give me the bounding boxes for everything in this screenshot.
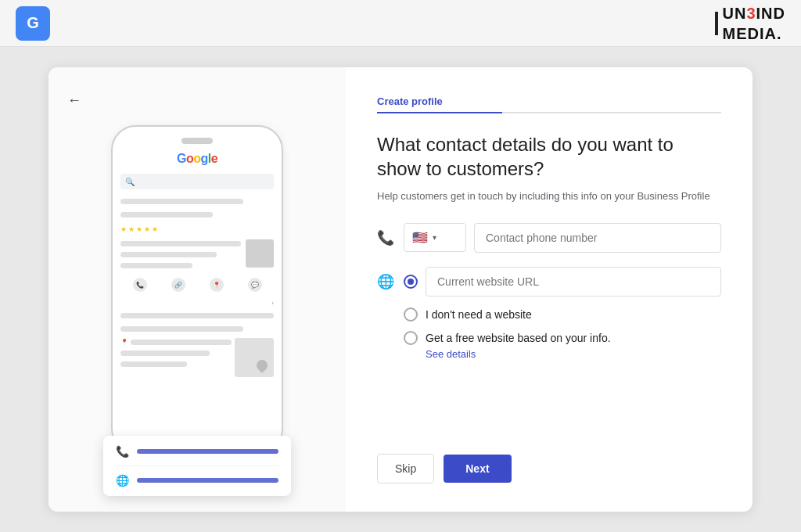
website-input-row: 🌐 (377, 267, 721, 297)
get-website-row: Get a free website based on your info. S… (377, 331, 721, 360)
mock-icon-3: 📍 (210, 278, 224, 292)
mock-content-lines (120, 239, 241, 270)
google-logo: Google (177, 152, 217, 166)
phone-content-row (120, 239, 274, 270)
globe-card-icon: 🌐 (116, 474, 129, 487)
action-buttons: Skip Next (377, 454, 721, 483)
star-3: ★ (136, 225, 142, 233)
step-tab-create-profile: Create profile (377, 95, 502, 113)
location-pin: 📍 (120, 339, 128, 346)
globe-card-line (137, 478, 278, 483)
phone-bottom-card: 📞 🌐 (103, 436, 291, 496)
mock-icon-4: 💬 (248, 278, 262, 292)
search-icon-small: 🔍 (125, 178, 135, 186)
mock-line-2 (120, 212, 213, 217)
get-website-option: Get a free website based on your info. (404, 331, 721, 345)
left-panel: ← Google 🔍 (48, 67, 346, 512)
step-tab-inactive (502, 95, 721, 113)
brand-name-un: UN (723, 5, 747, 22)
map-pin (254, 358, 270, 373)
brand-name-ind: IND (756, 5, 785, 22)
mock-icon-1: 📞 (133, 278, 147, 292)
country-selector[interactable]: 🇺🇸 ▾ (404, 223, 466, 252)
phone-card-phone-icon: 📞 (116, 445, 129, 458)
phone-notch (181, 138, 213, 144)
stars-row: ★ ★ ★ ★ ★ (120, 225, 274, 233)
country-chevron-icon: ▾ (433, 233, 436, 242)
content-line-2 (120, 252, 217, 257)
phone-more-row: › (120, 300, 274, 307)
content-line-1 (120, 241, 241, 246)
map-line-1 (120, 350, 210, 356)
phone-input-row: 📞 🇺🇸 ▾ (377, 223, 721, 253)
no-website-label: I don't need a website (426, 308, 532, 321)
star-1: ★ (120, 225, 127, 233)
google-logo-row: Google (120, 152, 274, 166)
mock-body-2 (120, 326, 243, 332)
website-url-input[interactable] (426, 267, 721, 297)
mock-icon-2: 🔗 (171, 278, 185, 292)
skip-button[interactable]: Skip (377, 454, 434, 483)
map-line-2 (120, 361, 187, 367)
mock-icons-row: 📞 🔗 📍 💬 (120, 278, 274, 292)
no-website-radio[interactable] (404, 307, 418, 322)
phone-screen: Google 🔍 ★ ★ ★ ★ (120, 152, 274, 444)
mock-body-1 (120, 313, 274, 318)
app-icon: G (16, 6, 50, 41)
mock-map-area: 📍 (120, 338, 274, 444)
top-bar: G UN3IND MEDIA. (0, 0, 801, 47)
search-bar-mock: 🔍 (120, 174, 274, 189)
star-4: ★ (144, 225, 150, 233)
location-line (131, 340, 232, 345)
mock-map-image (235, 338, 274, 377)
brand-bar-decoration (715, 12, 718, 35)
phone-card-row: 📞 (116, 445, 278, 466)
phone-number-input[interactable] (474, 223, 721, 253)
main-card: ← Google 🔍 (48, 67, 753, 512)
brand-sub-text: MEDIA. (723, 25, 782, 42)
mock-map-lines: 📍 (120, 338, 232, 444)
brand-name-3: 3 (746, 5, 756, 22)
main-question: What contact details do you want to show… (377, 132, 721, 181)
content-image (246, 239, 274, 268)
sub-description: Help customers get in touch by including… (377, 189, 721, 204)
mock-location-row: 📍 (120, 338, 232, 347)
no-website-option-row: I don't need a website (377, 307, 721, 322)
outer-wrapper: G UN3IND MEDIA. ← Google (0, 0, 801, 532)
mock-line-1 (120, 199, 243, 204)
phone-card-line (137, 449, 278, 454)
content-line-3 (120, 263, 192, 268)
country-flag: 🇺🇸 (412, 230, 428, 245)
globe-card-row: 🌐 (116, 474, 278, 487)
phone-field-icon: 📞 (377, 229, 396, 246)
step-tab-row: Create profile (377, 95, 721, 113)
phone-mockup: Google 🔍 ★ ★ ★ ★ (111, 125, 283, 454)
back-arrow-button[interactable]: ← (67, 92, 81, 109)
get-website-radio[interactable] (404, 331, 418, 345)
next-button[interactable]: Next (444, 455, 511, 483)
get-website-label: Get a free website based on your info. (426, 332, 611, 344)
more-chevron: › (271, 300, 274, 307)
star-2: ★ (128, 225, 135, 233)
brand-logo: UN3IND MEDIA. (715, 3, 785, 44)
see-details-link[interactable]: See details (404, 348, 721, 360)
globe-field-icon: 🌐 (377, 273, 396, 290)
right-panel: Create profile What contact details do y… (346, 67, 753, 512)
radio-dot (408, 279, 414, 285)
star-5: ★ (152, 225, 158, 233)
website-radio-selected[interactable] (404, 275, 418, 289)
